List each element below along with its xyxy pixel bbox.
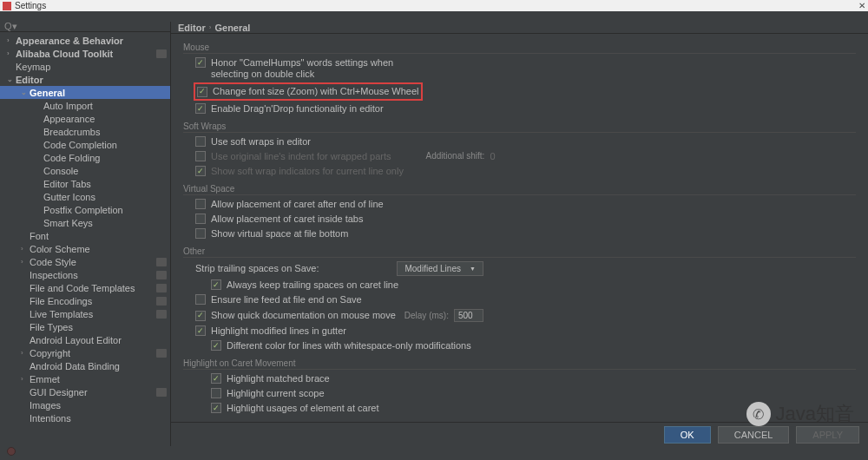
tree-item[interactable]: Appearance [0, 112, 170, 125]
tree-item[interactable]: Inspections [0, 268, 170, 281]
tree-item-label: Appearance [43, 114, 170, 124]
section-caret: Highlight on Caret Movement [183, 358, 856, 370]
tree-item-label: Android Data Binding [30, 361, 170, 371]
tree-item[interactable]: ›Alibaba Cloud Toolkit [0, 47, 170, 60]
project-scope-icon [156, 297, 167, 306]
tree-item[interactable]: GUI Designer [0, 385, 170, 398]
tree-item[interactable]: ⌄General [0, 86, 170, 99]
project-scope-icon [156, 284, 167, 292]
delay-input[interactable] [454, 309, 483, 322]
strip-select[interactable]: Modified Lines ▼ [397, 261, 483, 276]
menu-strip [0, 11, 868, 22]
tree-arrow-icon: › [21, 349, 30, 357]
tree-item[interactable]: ⌄Editor [0, 73, 170, 86]
project-scope-icon [156, 388, 167, 397]
tree-item[interactable]: Images [0, 398, 170, 411]
tree-item[interactable]: Android Data Binding [0, 359, 170, 372]
checkbox-diffcolor[interactable] [211, 340, 221, 351]
tree-item[interactable]: Code Folding [0, 151, 170, 164]
tree-item[interactable]: Smart Keys [0, 216, 170, 229]
checkbox-dnd[interactable] [195, 103, 206, 114]
tree-item[interactable]: ›Color Scheme [0, 242, 170, 255]
tree-item[interactable]: Editor Tabs [0, 177, 170, 190]
highlighted-option: Change font size (Zoom) with Ctrl+Mouse … [194, 82, 423, 101]
tree-item-label: File Types [30, 322, 170, 332]
checkbox-vspace-bottom[interactable] [195, 228, 206, 239]
tree-item[interactable]: ›Appearance & Behavior [0, 34, 170, 47]
status-indicator[interactable] [7, 447, 16, 456]
project-scope-icon [156, 310, 167, 319]
project-scope-icon [156, 258, 167, 266]
tree-item-label: Breadcrumbs [43, 127, 170, 137]
tree-item[interactable]: Postfix Completion [0, 203, 170, 216]
tree-item[interactable]: Android Layout Editor [0, 333, 170, 346]
tree-item-label: Intentions [30, 413, 170, 424]
section-mouse: Mouse [183, 43, 856, 54]
tree-item-label: General [30, 88, 170, 98]
tree-item[interactable]: Breadcrumbs [0, 125, 170, 138]
tree-arrow-icon: › [21, 258, 30, 266]
checkbox-wrapindicators[interactable] [195, 166, 206, 176]
apply-button[interactable]: APPLY [796, 426, 859, 444]
tree-item[interactable]: ›Code Style [0, 255, 170, 268]
tree-item[interactable]: ›Emmet [0, 372, 170, 385]
checkbox-linefeed[interactable] [195, 294, 206, 305]
tree-item-label: Android Layout Editor [30, 335, 170, 345]
settings-content: Mouse Honor "CamelHumps" words settings … [171, 34, 868, 422]
checkbox-keepcaret[interactable] [211, 279, 221, 290]
chevron-right-icon: › [209, 23, 212, 31]
tree-item[interactable]: ›Copyright [0, 346, 170, 359]
checkbox-brace[interactable] [211, 373, 221, 384]
checkbox-usages[interactable] [211, 403, 221, 413]
tree-item-label: Console [43, 166, 170, 176]
search-input[interactable]: Q▾ [0, 22, 170, 32]
tree-item[interactable]: File and Code Templates [0, 281, 170, 294]
tree-arrow-icon: › [21, 375, 30, 383]
tree-item-label: Code Completion [43, 140, 170, 150]
tree-item[interactable]: Keymap [0, 60, 170, 73]
ok-button[interactable]: OK [664, 426, 711, 444]
app-icon [3, 2, 11, 10]
tree-item[interactable]: File Encodings [0, 294, 170, 307]
tree-item-label: Appearance & Behavior [16, 36, 170, 46]
tree-arrow-icon: ⌄ [7, 76, 16, 83]
watermark: ✆ Java知音 [746, 401, 854, 427]
tree-item[interactable]: Code Completion [0, 138, 170, 151]
tree-item-label: Images [30, 400, 170, 411]
tree-item-label: Live Templates [30, 309, 156, 319]
section-vspace: Virtual Space [183, 184, 856, 195]
tree-item-label: Color Scheme [30, 244, 170, 254]
checkbox-caret-insidetabs[interactable] [195, 214, 206, 224]
tree-item-label: Editor Tabs [43, 179, 170, 189]
tree-arrow-icon: › [7, 49, 16, 57]
checkbox-softwrap[interactable] [195, 136, 206, 147]
checkbox-camelhumps[interactable] [195, 57, 206, 68]
cancel-button[interactable]: CANCEL [718, 426, 790, 444]
checkbox-highlightmod[interactable] [195, 325, 206, 336]
checkbox-origindent [195, 151, 206, 161]
tree-arrow-icon: › [21, 245, 30, 253]
tree-item[interactable]: Live Templates [0, 307, 170, 320]
close-icon[interactable]: ✕ [858, 1, 865, 10]
checkbox-zoom[interactable] [197, 87, 207, 97]
tree-item-label: Auto Import [43, 101, 170, 111]
tree-item-label: File and Code Templates [30, 283, 156, 293]
tree-item[interactable]: Gutter Icons [0, 190, 170, 203]
project-scope-icon [156, 49, 167, 58]
checkbox-quickdoc[interactable] [195, 311, 206, 321]
checkbox-caret-afterend[interactable] [195, 199, 206, 209]
tree-item-label: Keymap [16, 62, 170, 72]
tree-item[interactable]: Auto Import [0, 99, 170, 112]
tree-item-label: Code Style [30, 257, 156, 267]
tree-item-label: File Encodings [30, 296, 156, 306]
tree-item[interactable]: File Types [0, 320, 170, 333]
tree-item-label: GUI Designer [30, 387, 156, 398]
chevron-down-icon: ▼ [470, 266, 476, 272]
tree-item[interactable]: Intentions [0, 411, 170, 424]
tree-item[interactable]: Font [0, 229, 170, 242]
tree-item-label: Smart Keys [43, 218, 170, 228]
tree-arrow-icon: › [7, 36, 16, 44]
section-softwraps: Soft Wraps [183, 122, 856, 133]
checkbox-scope[interactable] [211, 388, 221, 398]
tree-item[interactable]: Console [0, 164, 170, 177]
